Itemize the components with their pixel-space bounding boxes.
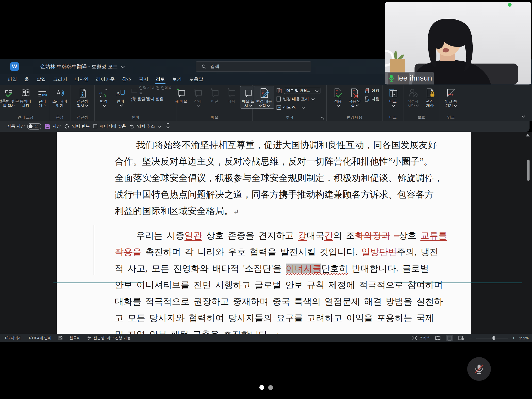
title-chevron-down-icon[interactable] [121,64,125,68]
new-comment-button[interactable]: 새 메모 [173,86,189,104]
zoom-slider[interactable] [476,338,508,338]
hanja-icon: 漢 [131,96,136,102]
tab-삽입[interactable]: 삽입 [33,74,50,85]
reviewing-pane-icon [276,105,281,110]
zoom-slider-thumb[interactable] [493,336,495,340]
qat-overflow-button[interactable] [167,123,169,129]
tab-편지[interactable]: 편지 [135,74,152,85]
fit-page-checkbox[interactable]: 페이지에 맞춤 [93,123,126,129]
next-comment-button: 다음 [223,86,240,104]
previous-change-button[interactable]: 이전 [364,87,379,94]
webcam-video-tile[interactable]: lee ihnsun [385,2,531,84]
ribbon-group-compare: 비교 비교 [383,85,403,121]
search-input[interactable]: 검색 [196,61,311,72]
web-layout-button[interactable] [457,335,465,341]
language-indicator[interactable]: 한국어 [69,336,81,340]
tab-레이아웃[interactable]: 레이아웃 [92,74,118,85]
tab-도움말[interactable]: 도움말 [185,74,207,85]
read-mode-button[interactable] [434,335,442,341]
group-label-tracking: 추적 [254,115,325,121]
doc-line: 全面落实全球安全倡议，积极参与全球安全规则制定，积极劝和促谈、斡旋调停， [115,170,425,187]
ribbon-group-tracking: 변경 내용 추적 메모 및 변경... [253,85,327,121]
group-label-proofing: 언어 교정 [3,115,48,121]
mute-microphone-button[interactable] [467,357,491,381]
proofing-status-button[interactable] [58,336,63,340]
doc-line: 践行中国特色热点问题解决之道，同各方携手推动构建兼顾各方诉求、包容各方 [115,187,425,203]
tab-검토[interactable]: 검토 [152,74,169,85]
collapse-ribbon-chevron-icon[interactable] [522,114,525,117]
translate-icon: a A [99,87,109,99]
checkbox-unchecked-icon [93,124,97,128]
hide-ink-button[interactable]: 잉크 숨기기 [443,86,459,109]
language-button[interactable]: A 언어 [112,86,129,109]
quick-access-toolbar: 자동 저장 끔 저장 입력 반복 페이지에 맞춤 [0,121,530,132]
thesaurus-button[interactable]: 동의어 사전 [17,86,34,109]
block-authors-button: 작성자 차단 [405,86,421,109]
scroll-up-arrow[interactable] [526,134,530,136]
tab-홈[interactable]: 홈 [21,74,33,85]
document-title-text: 金靖林 中韩韩中翻译 - 호환성 모드 [40,63,118,70]
tab-파일[interactable]: 파일 [4,74,21,85]
accessibility-status[interactable]: 접근성: 계속 진행 가능 [87,336,131,340]
dialog-launcher-icon[interactable] [321,116,324,120]
tab-보기[interactable]: 보기 [169,74,185,85]
page-indicator[interactable]: 1/3 페이지 [4,336,22,340]
focus-mode-button[interactable]: 포커스 [412,336,430,340]
ribbon-group-accessibility: 접근성 검사 접근성 [70,85,95,121]
reject-change-button[interactable]: 적용 안 함 [347,86,363,109]
undo-button[interactable]: 입력 취소 [129,123,161,129]
undo-chevron-icon[interactable] [158,124,161,128]
reviewing-pane-button[interactable]: 검토 창 [276,104,320,111]
document-title: 金靖林 中韩韩中翻译 - 호환성 모드 [40,63,124,70]
group-label-language: 언어 [96,115,176,121]
focus-icon [412,336,417,340]
tab-참조[interactable]: 참조 [118,74,135,85]
page-dot-active[interactable] [259,385,264,390]
repeat-button[interactable]: 입력 반복 [64,123,90,129]
show-comments-icon [243,87,253,99]
doc-line: 고 모든 당사자와 협력하여 당사자들의 요구를 고려하고 이익을 포용하는 국… [115,310,425,327]
participant-name: lee ihnsun [397,74,432,82]
group-label-changes: 변경 내용 [328,115,382,121]
word-count-indicator[interactable]: 1/1104개 단어 [28,336,51,340]
page-dot-inactive[interactable] [268,385,273,390]
compare-button[interactable]: 비교 [385,86,401,109]
svg-text:123: 123 [41,93,47,97]
spelling-grammar-button[interactable]: 맞춤법 및 문법 검사 [1,86,17,109]
track-changes-button[interactable]: 변경 내용 추적 [254,86,274,109]
show-markup-button[interactable]: 변경 내용 표시 [276,95,320,103]
accessibility-check-button[interactable]: 접근성 검사 [74,86,91,109]
autosave-toggle[interactable]: 자동 저장 끔 [7,123,41,130]
document-area[interactable]: 我们将始终不渝坚持相互尊重，促进大国协调和良性互动，同各国发展友好合作。坚决反对… [0,132,532,334]
zoom-in-button[interactable]: + [512,335,515,341]
word-count-button[interactable]: 123 단어 개수 [34,86,50,109]
restrict-editing-button[interactable]: 편집 제한 [422,86,438,109]
next-change-button[interactable]: 다음 [364,95,379,103]
tab-디자인[interactable]: 디자인 [71,74,92,85]
doc-line: 대화를 적극적으로 권장하고 중재하며 중국 특색의 열점문제 해결 방법을 실… [115,294,425,310]
scrollbar-thumb[interactable] [527,160,530,181]
accept-change-button[interactable]: 적용 [330,86,346,109]
read-aloud-button[interactable]: 소리내어 읽기 [50,86,69,109]
hangul-hanja-convert-button[interactable]: 漢 한글/한자 변환 [131,95,176,103]
markup-options-dropdown[interactable]: 메모 및 변경... [276,87,320,94]
document-page[interactable]: 我们将始终不渝坚持相互尊重，促进大国协调和良性互动，同各国发展友好合作。坚决反对… [57,132,471,334]
previous-comment-icon [210,87,220,99]
svg-text:a: a [100,90,102,95]
zoom-percent-button[interactable]: 152% [519,336,529,340]
web-layout-icon [458,336,464,341]
delete-comment-icon [193,87,203,99]
svg-text:A: A [103,93,106,98]
new-comment-icon [176,87,187,99]
translate-button[interactable]: a A 번역 [96,86,112,109]
toggle-off-icon: 끔 [27,123,41,130]
group-label-ink: 잉크 [440,115,462,121]
tab-그리기[interactable]: 그리기 [50,74,71,85]
save-button[interactable]: 저장 [45,123,61,129]
doc-line: 작용을 촉진하며 각 나라와 우호 협력을 발전시킬 것입니다. 일방단변주의,… [115,244,425,261]
markup-pages-icon [276,88,282,93]
read-mode-icon [435,336,441,340]
print-layout-button[interactable] [446,335,453,341]
zoom-out-button[interactable]: − [469,335,472,341]
delete-comment-button: 삭제 [190,86,206,109]
